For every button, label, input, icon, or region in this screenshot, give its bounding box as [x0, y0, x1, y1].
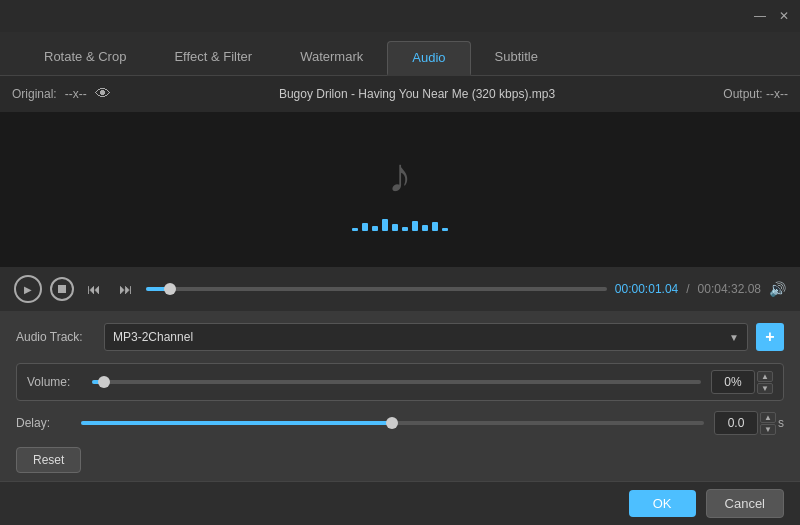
output-label: Output: --x-- — [723, 87, 788, 101]
delay-value[interactable]: 0.0 — [714, 411, 758, 435]
audio-track-label: Audio Track: — [16, 330, 96, 344]
eq-bar — [432, 222, 438, 231]
delay-slider-thumb[interactable] — [386, 417, 398, 429]
progress-bar[interactable] — [146, 287, 607, 291]
tab-effect-filter[interactable]: Effect & Filter — [150, 41, 276, 75]
original-value: --x-- — [65, 87, 87, 101]
tab-audio[interactable]: Audio — [387, 41, 470, 76]
reset-button[interactable]: Reset — [16, 447, 81, 473]
volume-up-button[interactable]: ▲ — [757, 371, 773, 382]
delay-slider-fill — [81, 421, 393, 425]
bottom-bar: OK Cancel — [0, 481, 800, 525]
cancel-button[interactable]: Cancel — [706, 489, 784, 518]
title-bar: — ✕ — [0, 0, 800, 32]
delay-label: Delay: — [16, 416, 71, 430]
preview-area: ♪ — [0, 112, 800, 267]
chevron-down-icon: ▼ — [729, 332, 739, 343]
audio-track-select[interactable]: MP3-2Channel ▼ — [104, 323, 748, 351]
volume-icon[interactable]: 🔊 — [769, 281, 786, 297]
eq-bar — [422, 225, 428, 231]
eq-bar — [352, 228, 358, 231]
time-total: 00:04:32.08 — [698, 282, 761, 296]
eq-bar — [372, 226, 378, 231]
file-bar: Original: --x-- 👁 Bugoy Drilon - Having … — [0, 76, 800, 112]
controls-panel: Audio Track: MP3-2Channel ▼ + Volume: 0%… — [0, 311, 800, 485]
audio-track-value: MP3-2Channel — [113, 330, 193, 344]
volume-slider-thumb[interactable] — [98, 376, 110, 388]
delay-spinners: ▲ ▼ — [760, 412, 776, 435]
next-button[interactable]: ⏭ — [114, 277, 138, 301]
minimize-button[interactable]: — — [752, 8, 768, 24]
tab-rotate-crop[interactable]: Rotate & Crop — [20, 41, 150, 75]
player-bar: ▶ ⏮ ⏭ 00:00:01.04 / 00:04:32.08 🔊 — [0, 267, 800, 311]
eq-bar — [392, 224, 398, 231]
delay-down-button[interactable]: ▼ — [760, 424, 776, 435]
volume-label: Volume: — [27, 375, 82, 389]
stop-button[interactable] — [50, 277, 74, 301]
original-label: Original: — [12, 87, 57, 101]
time-separator: / — [686, 282, 689, 296]
audio-track-row: Audio Track: MP3-2Channel ▼ + — [16, 323, 784, 351]
close-button[interactable]: ✕ — [776, 8, 792, 24]
delay-row: Delay: 0.0 ▲ ▼ s — [16, 411, 784, 435]
play-button[interactable]: ▶ — [14, 275, 42, 303]
tab-watermark[interactable]: Watermark — [276, 41, 387, 75]
eq-bar — [382, 219, 388, 231]
prev-button[interactable]: ⏮ — [82, 277, 106, 301]
volume-value-wrap: 0% ▲ ▼ — [711, 370, 773, 394]
delay-slider[interactable] — [81, 421, 704, 425]
volume-section: Volume: 0% ▲ ▼ — [16, 363, 784, 401]
volume-row: Volume: 0% ▲ ▼ — [27, 370, 773, 394]
eye-icon[interactable]: 👁 — [95, 85, 111, 103]
ok-button[interactable]: OK — [629, 490, 696, 517]
volume-down-button[interactable]: ▼ — [757, 383, 773, 394]
tab-subtitle[interactable]: Subtitle — [471, 41, 562, 75]
volume-spinners: ▲ ▼ — [757, 371, 773, 394]
eq-bar — [442, 228, 448, 231]
filename: Bugoy Drilon - Having You Near Me (320 k… — [279, 87, 555, 101]
volume-value[interactable]: 0% — [711, 370, 755, 394]
eq-bar — [412, 221, 418, 231]
music-note-icon: ♪ — [388, 148, 412, 203]
delay-unit: s — [778, 416, 784, 430]
eq-bar — [402, 227, 408, 231]
progress-thumb — [164, 283, 176, 295]
time-current: 00:00:01.04 — [615, 282, 678, 296]
tab-bar: Rotate & Crop Effect & Filter Watermark … — [0, 32, 800, 76]
svg-rect-0 — [58, 285, 66, 293]
music-visual: ♪ — [352, 148, 448, 231]
delay-value-wrap: 0.0 ▲ ▼ s — [714, 411, 784, 435]
equalizer — [352, 211, 448, 231]
eq-bar — [362, 223, 368, 231]
volume-slider[interactable] — [92, 380, 701, 384]
add-track-button[interactable]: + — [756, 323, 784, 351]
delay-up-button[interactable]: ▲ — [760, 412, 776, 423]
